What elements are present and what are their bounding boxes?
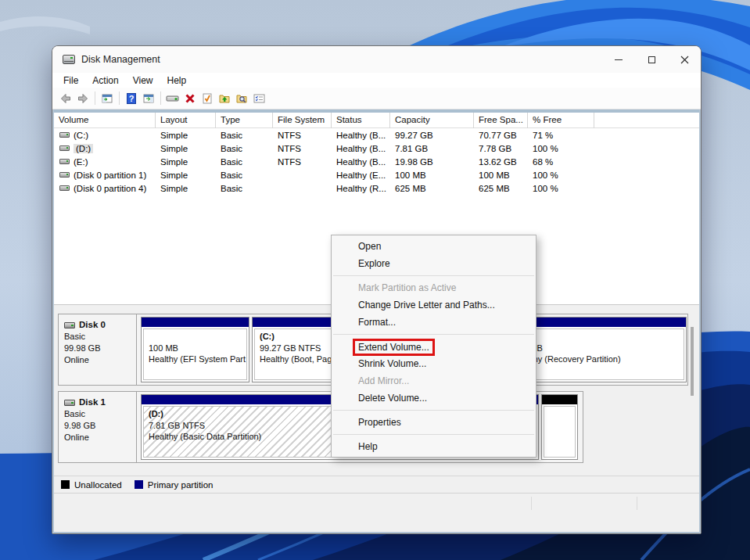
table-row[interactable]: (Disk 0 partition 4) Simple Basic Health… (54, 181, 699, 195)
cell-volume: (Disk 0 partition 4) (74, 184, 146, 193)
table-row[interactable]: (Disk 0 partition 1) Simple Basic Health… (54, 168, 699, 181)
menu-item-shrink-volume[interactable]: Shrink Volume... (332, 355, 536, 372)
partition-unallocated[interactable] (541, 394, 578, 460)
cell-status: Healthy (B... (332, 131, 390, 140)
status-bar (54, 493, 699, 532)
menu-item-change-drive-letter[interactable]: Change Drive Letter and Paths... (332, 296, 536, 314)
column-header-filler (594, 113, 699, 127)
cell-status: Healthy (R... (332, 184, 390, 193)
maximize-button[interactable] (635, 46, 668, 73)
column-header-type[interactable]: Type (216, 113, 273, 128)
cell-percent-free: 68 % (528, 157, 594, 167)
open-folder-icon (218, 92, 231, 105)
window-title: Disk Management (81, 54, 160, 65)
status-bar-separator (637, 497, 637, 510)
menu-action[interactable]: Action (85, 75, 125, 86)
column-header-percent-free[interactable]: % Free (528, 113, 594, 128)
table-row-selected[interactable]: (D:) Simple Basic NTFS Healthy (B... 7.8… (54, 142, 699, 155)
explore-folder-button[interactable] (233, 90, 250, 107)
cell-layout: Simple (156, 184, 216, 193)
show-console-tree-button[interactable] (99, 90, 116, 107)
cell-capacity: 100 MB (390, 171, 474, 180)
menu-item-explore[interactable]: Explore (332, 255, 536, 272)
title-bar[interactable]: Disk Management (52, 46, 701, 73)
menu-view[interactable]: View (126, 75, 160, 86)
disk-name: Disk 1 (79, 397, 106, 408)
task-check-icon (201, 92, 214, 105)
cell-status: Healthy (B... (332, 157, 390, 167)
volume-icon (59, 185, 70, 191)
menu-item-properties[interactable]: Properties (332, 414, 536, 431)
svg-text:?: ? (129, 94, 135, 103)
disk-size: 99.98 GB (64, 343, 136, 354)
cell-percent-free: 100 % (528, 184, 594, 193)
menu-item-add-mirror: Add Mirror... (332, 372, 536, 389)
cell-volume: (D:) (74, 144, 93, 153)
volume-icon (59, 145, 70, 151)
open-folder-button[interactable] (216, 90, 233, 107)
vertical-scrollbar[interactable] (691, 327, 694, 396)
volume-icon (59, 159, 70, 164)
disk-0-label[interactable]: Disk 0 Basic 99.98 GB Online (59, 314, 137, 385)
cell-capacity: 99.27 GB (390, 131, 474, 140)
column-header-capacity[interactable]: Capacity (390, 113, 474, 128)
primary-partition-bar (142, 318, 249, 327)
column-header-layout[interactable]: Layout (156, 113, 216, 128)
cell-type: Basic (216, 131, 273, 140)
cell-capacity: 19.98 GB (390, 157, 474, 167)
menu-item-delete-volume[interactable]: Delete Volume... (332, 389, 536, 407)
legend-unallocated-label: Unallocated (74, 480, 122, 490)
show-action-pane-button[interactable] (140, 90, 157, 107)
volume-context-menu: Open Explore Mark Partition as Active Ch… (331, 235, 536, 458)
cell-type: Basic (216, 157, 273, 167)
legend-bar: Unallocated Primary partition (54, 476, 699, 493)
disk-type: Basic (64, 408, 136, 420)
unallocated-body (544, 406, 576, 458)
cell-free-space: 100 MB (474, 171, 528, 180)
status-bar-separator (531, 497, 532, 510)
help-icon: ? (125, 92, 138, 105)
disk-status-button[interactable] (164, 90, 181, 107)
disk-status: Online (64, 354, 136, 366)
console-tree-icon (101, 92, 113, 105)
menu-help[interactable]: Help (160, 75, 194, 86)
help-button[interactable]: ? (123, 90, 140, 107)
cell-free-space: 70.77 GB (474, 131, 528, 140)
delete-volume-button[interactable] (181, 90, 199, 107)
cell-capacity: 625 MB (390, 184, 474, 193)
disk-1-label[interactable]: Disk 1 Basic 9.98 GB Online (59, 392, 137, 462)
cell-volume: (Disk 0 partition 1) (74, 171, 146, 180)
disk-management-app-icon (63, 55, 75, 64)
partition-efi[interactable]: 100 MB Healthy (EFI System Part (141, 317, 249, 382)
table-row[interactable]: (C:) Simple Basic NTFS Healthy (B... 99.… (54, 128, 699, 142)
cell-free-space: 625 MB (474, 184, 528, 193)
cell-percent-free: 71 % (528, 131, 594, 140)
menu-item-extend-volume[interactable]: Extend Volume... (332, 338, 536, 355)
minimize-button[interactable] (602, 46, 635, 73)
forward-button[interactable] (74, 90, 92, 107)
menu-item-format[interactable]: Format... (332, 314, 536, 331)
cell-layout: Simple (156, 144, 216, 153)
cell-layout: Simple (156, 131, 216, 140)
menu-item-help[interactable]: Help (332, 438, 536, 455)
column-header-free-space[interactable]: Free Spa... (474, 113, 528, 128)
table-row[interactable]: (E:) Simple Basic NTFS Healthy (B... 19.… (54, 155, 699, 168)
disk-status: Online (64, 432, 136, 443)
column-header-volume[interactable]: Volume (54, 113, 156, 128)
explore-folder-icon (235, 92, 249, 105)
unallocated-color-swatch (61, 480, 70, 489)
volume-list-header: Volume Layout Type File System Status Ca… (54, 113, 699, 128)
toolbar-separator (119, 92, 120, 105)
close-button[interactable] (668, 46, 701, 73)
cell-file-system: NTFS (273, 144, 332, 153)
back-button[interactable] (57, 90, 74, 107)
menu-item-open[interactable]: Open (332, 238, 536, 255)
cell-layout: Simple (156, 157, 216, 167)
cell-file-system: NTFS (273, 157, 332, 167)
menu-file[interactable]: File (56, 75, 85, 86)
properties-list-button[interactable] (250, 90, 267, 107)
task-check-button[interactable] (199, 90, 216, 107)
column-header-file-system[interactable]: File System (273, 113, 332, 128)
legend-primary-label: Primary partition (148, 480, 214, 490)
column-header-status[interactable]: Status (332, 113, 390, 128)
